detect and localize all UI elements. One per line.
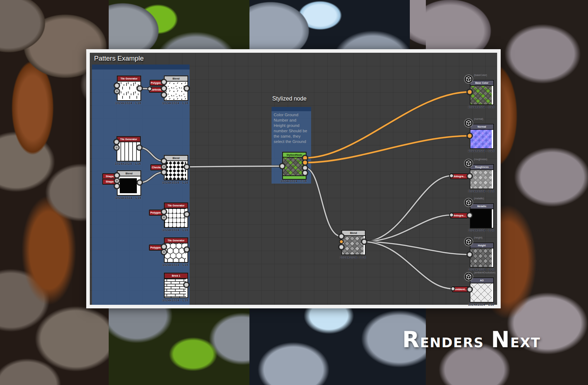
node-output-normal[interactable]: Normal [470,124,494,149]
port-output[interactable] [137,180,143,185]
port-output[interactable] [137,86,143,91]
port-input[interactable] [114,184,120,189]
port-output[interactable] [137,145,142,150]
node-output-basecolor[interactable]: Base Color [470,80,494,105]
output-tag-metallic: (metallic) [474,197,484,200]
wire-stylized-to-blend [305,168,341,236]
node-resolution: 1024x1024 - L16 [460,268,502,271]
port-input[interactable] [114,89,120,94]
port-input-roughness[interactable] [467,174,473,179]
port-input-normal[interactable] [467,133,473,139]
output-usage-cube-icon [464,159,473,168]
port-input[interactable] [161,164,167,170]
port-output-roughness[interactable] [303,165,308,171]
node-output-metallic[interactable]: Metallic [470,203,494,229]
port-output[interactable] [184,247,190,252]
port-output[interactable] [184,86,190,91]
port-pill-input[interactable] [450,213,453,217]
renders-next-logo: Renders Next [395,327,548,353]
port-input[interactable] [114,83,120,88]
node-resolution: 1024x1024 - L16 [154,228,197,232]
port-output[interactable] [184,282,189,288]
port-input-stylized[interactable] [280,164,285,169]
node-output-ao[interactable]: AO [470,277,494,303]
port-input[interactable] [161,159,167,164]
port-input[interactable] [339,245,344,250]
node-resolution: 1024x1024 - L16 [154,263,197,267]
node-title: Blend [165,156,187,161]
node-output-height[interactable]: Height [470,242,494,268]
port-input[interactable] [161,209,167,215]
output-usage-cube-icon [464,272,473,281]
logo-word-next: Next [491,327,541,353]
node-output-roughness[interactable]: Roughness [470,164,494,189]
port-input[interactable] [161,244,167,250]
node-resolution: 1024x1024 - L16 [460,229,502,232]
node-preview-gray-mosaic [342,236,363,255]
node-resolution: 1024x1024 - C16 [272,179,315,183]
node-resolution: 1024x1024 - L16 [107,101,150,105]
port-input[interactable] [161,170,167,175]
port-output-height[interactable] [303,170,308,176]
node-title: Blend [118,171,140,176]
port-input[interactable] [161,79,167,85]
node-title: Tile Generator [117,137,140,142]
node-preview-speckle [165,82,186,100]
node-preview-basecolor [470,86,492,104]
port-output-normal[interactable] [303,160,308,165]
node-resolution: 1024x1024 - L16 [460,189,502,193]
node-title: Height [470,243,493,248]
node-preview-checker [165,161,186,180]
wire-blend-to-ambient [364,242,453,289]
node-preview-stripes [117,142,139,161]
node-preview-hexagons [165,243,186,262]
port-pill-input[interactable] [148,87,151,91]
node-title: Tile Generator [165,203,187,209]
port-input[interactable] [114,139,119,145]
node-preview-grid-dots [165,209,186,227]
port-input-opacity[interactable] [340,240,343,243]
node-preview-metallic [470,209,492,228]
node-title: Brick 1 [165,273,187,279]
port-input[interactable] [114,178,120,184]
node-title: AO [470,278,493,283]
node-title: Tile Generator [118,76,140,82]
port-input[interactable] [114,173,120,178]
port-output[interactable] [362,239,367,245]
node-title: Tile Generator [165,238,187,243]
port-input-basecolor[interactable] [467,89,473,95]
node-resolution: 1024x1024 - L16 [107,196,150,200]
port-input-height[interactable] [467,252,473,257]
node-resolution: 1024x1024 - C16 [460,149,502,153]
node-title: Roughness [470,165,493,170]
port-pill-input[interactable] [451,287,455,291]
node-resolution: 1024x1024 - L16 [331,256,374,259]
node-selected-footer [283,175,306,179]
node-preview-black-square [118,176,139,195]
port-input[interactable] [161,215,167,220]
node-title: Normal [470,124,493,130]
output-usage-cube-icon [464,237,473,246]
port-input[interactable] [161,86,167,91]
port-input[interactable] [114,145,119,150]
node-title: Blend [165,76,187,82]
port-input-ao[interactable] [467,287,473,292]
node-preview-stylized-ground [283,158,304,175]
port-input[interactable] [161,250,167,255]
node-title: Blend [342,231,365,236]
node-title: Metallic [470,204,493,209]
port-pill-input[interactable] [450,174,453,178]
output-tag-ao: (ambientOcclusion) [474,271,495,274]
port-output[interactable] [184,212,190,217]
port-input[interactable] [161,92,167,98]
node-preview-dashes [118,82,139,100]
node-preview-roughness [470,170,492,189]
port-input[interactable] [339,234,344,239]
node-resolution: 1024x1024 - L16 [154,298,197,302]
port-output[interactable] [184,164,190,170]
wire-blend-to-histogram1 [364,176,452,242]
port-input-metallic[interactable] [467,213,473,218]
node-resolution: 1024x1024 - C16 [460,105,502,109]
logo-word-renders: Renders [402,327,484,353]
node-resolution: 1024x1024 - L16 [460,303,502,306]
